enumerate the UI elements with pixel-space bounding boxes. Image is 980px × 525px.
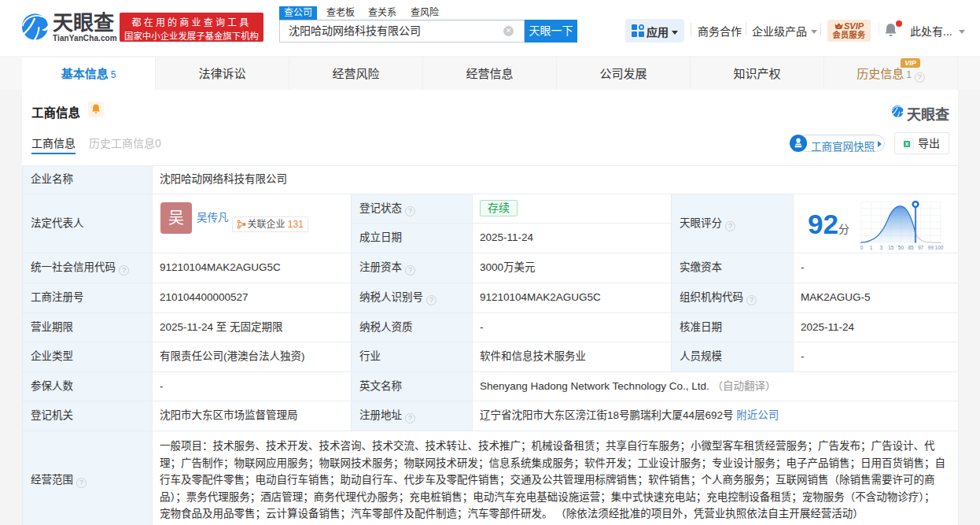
svg-text:1: 1: [870, 245, 873, 250]
svg-text:3: 3: [879, 245, 882, 250]
svg-text:0: 0: [860, 245, 864, 250]
svg-text:85: 85: [908, 245, 914, 250]
svg-text:99: 99: [928, 245, 934, 250]
svg-text:100: 100: [935, 245, 944, 250]
svg-text:97: 97: [918, 245, 924, 250]
svg-text:15: 15: [888, 245, 894, 250]
svg-text:50: 50: [898, 245, 904, 250]
